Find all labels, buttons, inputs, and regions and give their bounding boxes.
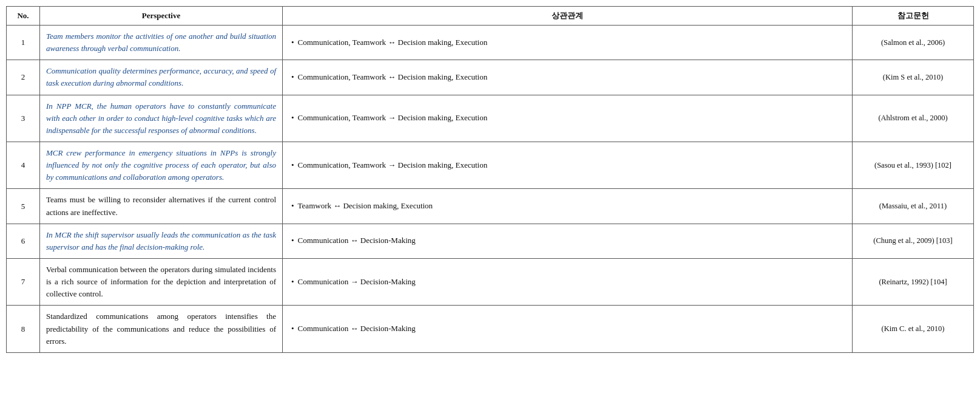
cell-reference: (Reinartz, 1992) [104] — [853, 258, 974, 305]
cell-perspective: Verbal communication between the operato… — [40, 258, 283, 305]
header-reference: 참고문헌 — [853, 7, 974, 26]
cell-perspective: MCR crew performance in emergency situat… — [40, 142, 283, 188]
bullet-icon: • — [291, 112, 294, 125]
header-correlation: 상관관계 — [283, 7, 853, 26]
cell-reference: (Salmon et al., 2006) — [853, 26, 974, 60]
table-row: 5Teams must be willing to reconsider alt… — [7, 189, 974, 224]
table-row: 8Standardized communications among opera… — [7, 306, 974, 352]
cell-no: 7 — [7, 258, 40, 305]
cell-reference: (Massaiu, et al., 2011) — [853, 189, 974, 224]
cell-perspective: Team members monitor the activities of o… — [40, 26, 283, 60]
cell-correlation: •Communication, Teamwork ↔ Decision maki… — [283, 60, 853, 95]
cell-correlation: •Communication, Teamwork → Decision maki… — [283, 142, 853, 188]
cell-correlation: •Teamwork ↔ Decision making, Execution — [283, 189, 853, 224]
header-no: No. — [7, 7, 40, 26]
main-table: No. Perspective 상관관계 참고문헌 1Team members … — [6, 6, 974, 353]
table-row: 6In MCR the shift supervisor usually lea… — [7, 224, 974, 258]
bullet-icon: • — [291, 71, 294, 84]
header-perspective: Perspective — [40, 7, 283, 26]
cell-no: 3 — [7, 95, 40, 142]
table-row: 4MCR crew performance in emergency situa… — [7, 142, 974, 188]
cell-reference: (Sasou et al., 1993) [102] — [853, 142, 974, 188]
cell-correlation: •Communication ↔ Decision-Making — [283, 224, 853, 258]
table-row: 7Verbal communication between the operat… — [7, 258, 974, 305]
bullet-icon: • — [291, 159, 294, 172]
bullet-icon: • — [291, 36, 294, 49]
cell-correlation: •Communication → Decision-Making — [283, 258, 853, 305]
cell-no: 4 — [7, 142, 40, 188]
cell-correlation: •Communication, Teamwork → Decision maki… — [283, 95, 853, 142]
cell-correlation: •Communication ↔ Decision-Making — [283, 306, 853, 352]
bullet-icon: • — [291, 200, 294, 213]
cell-perspective: Standardized communications among operat… — [40, 306, 283, 352]
cell-no: 5 — [7, 189, 40, 224]
cell-perspective: In NPP MCR, the human operators have to … — [40, 95, 283, 142]
cell-no: 6 — [7, 224, 40, 258]
cell-reference: (Chung et al., 2009) [103] — [853, 224, 974, 258]
cell-reference: (Kim C. et al., 2010) — [853, 306, 974, 352]
cell-no: 1 — [7, 26, 40, 60]
cell-no: 8 — [7, 306, 40, 352]
bullet-icon: • — [291, 323, 294, 335]
cell-perspective: Communication quality determines perform… — [40, 60, 283, 95]
cell-perspective: Teams must be willing to reconsider alte… — [40, 189, 283, 224]
cell-perspective: In MCR the shift supervisor usually lead… — [40, 224, 283, 258]
table-row: 1Team members monitor the activities of … — [7, 26, 974, 60]
cell-reference: (Ahlstrom et al., 2000) — [853, 95, 974, 142]
bullet-icon: • — [291, 234, 294, 247]
cell-reference: (Kim S et al., 2010) — [853, 60, 974, 95]
table-row: 3In NPP MCR, the human operators have to… — [7, 95, 974, 142]
bullet-icon: • — [291, 276, 294, 289]
cell-correlation: •Communication, Teamwork ↔ Decision maki… — [283, 26, 853, 60]
cell-no: 2 — [7, 60, 40, 95]
table-row: 2Communication quality determines perfor… — [7, 60, 974, 95]
